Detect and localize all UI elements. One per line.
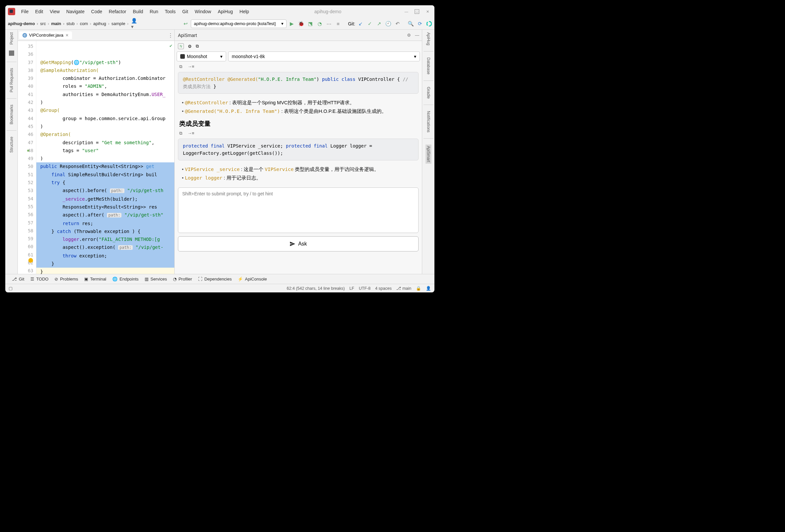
menu-help[interactable]: Help (237, 7, 252, 16)
tool-database[interactable]: Database (426, 57, 431, 74)
project-view-icon[interactable] (9, 50, 14, 56)
insert-icon[interactable]: →≡ (187, 131, 195, 136)
code-editor[interactable]: 353637 383940 414243 444546 474849 50515… (18, 41, 175, 274)
git-branch[interactable]: ⎇ main (396, 286, 411, 291)
more-run-icon[interactable]: ⋯ (325, 20, 333, 28)
gear-icon[interactable]: ⚙ (407, 33, 411, 37)
close-icon[interactable]: ✕ (425, 9, 430, 14)
editor-tab[interactable]: C VIPController.java ✕ (19, 31, 72, 39)
menu-code[interactable]: Code (88, 7, 105, 16)
bottom-apiconsole[interactable]: ⚡ApiConsole (238, 277, 267, 281)
run-icon[interactable]: ▶ (288, 20, 296, 28)
update-icon[interactable]: ↙ (356, 20, 364, 28)
user-icon[interactable]: 👤 (426, 286, 431, 291)
menu-run[interactable]: Run (147, 7, 161, 16)
breadcrumb[interactable]: main (50, 21, 64, 27)
intention-bulb-icon[interactable] (28, 258, 33, 263)
tool-apihug[interactable]: ApiHug (426, 32, 431, 45)
breadcrumb[interactable]: src (39, 21, 49, 27)
breadcrumb[interactable]: apihug-demo (7, 21, 37, 27)
minimize-panel-icon[interactable]: — (415, 33, 419, 37)
profile-icon[interactable]: ◔ (315, 20, 324, 28)
tool-structure[interactable]: Structure (9, 136, 14, 153)
toolwindow-toggle-icon[interactable]: ▢ (8, 286, 12, 291)
model-provider-select[interactable]: Moonshot ▾ (177, 51, 226, 61)
commit-icon[interactable]: ✓ (366, 20, 374, 28)
warning-icon: ⊘ (54, 277, 58, 281)
editor-tab-label: VIPController.java (29, 33, 64, 37)
push-icon[interactable]: ↗ (375, 20, 383, 28)
tool-project[interactable]: Project (9, 32, 14, 45)
menu-apihug[interactable]: ApiHug (215, 7, 236, 16)
bottom-endpoints[interactable]: 🌐Endpoints (112, 277, 138, 281)
insert-icon[interactable]: →≡ (187, 64, 195, 69)
model-name-select[interactable]: moonshot-v1-8k ▾ (228, 51, 420, 61)
bottom-git[interactable]: ⎇Git (12, 277, 24, 281)
new-chat-icon[interactable]: N (178, 43, 184, 49)
breadcrumb[interactable]: apihug (92, 21, 109, 27)
rollback-icon[interactable]: ↶ (394, 20, 401, 28)
bottom-todo[interactable]: ☰TODO (30, 277, 49, 281)
prompt-input[interactable] (178, 187, 419, 233)
back-arrow-icon[interactable]: ↩ (182, 20, 189, 28)
coverage-icon[interactable]: ⬔ (306, 20, 314, 28)
menu-navigate[interactable]: Navigate (64, 7, 87, 16)
chevron-down-icon: ▾ (414, 54, 416, 59)
bottom-services[interactable]: ▥Services (145, 277, 167, 281)
debug-icon[interactable]: 🐞 (297, 20, 305, 28)
java-file-icon: C (22, 33, 27, 37)
breadcrumb[interactable]: stub (65, 21, 77, 27)
branch-icon: ⎇ (12, 277, 17, 281)
copy-snippet-icon[interactable]: ⧉ (179, 131, 182, 136)
tool-pull-requests[interactable]: Pull Requests (9, 68, 14, 93)
breadcrumb[interactable]: com (79, 21, 91, 27)
services-icon: ▥ (145, 277, 149, 281)
bottom-profiler[interactable]: ◔Profiler (173, 277, 192, 281)
run-config-selector[interactable]: apihug-demo:apihug-demo-proto [kolaTest]… (191, 20, 286, 28)
tab-menu-icon[interactable]: ⋮ (167, 31, 174, 39)
copy-icon[interactable]: ⧉ (196, 44, 199, 49)
code-area[interactable]: ✔ @GetMapping(🌐"/vip/get-sth") @SampleAu… (36, 41, 174, 274)
settings-icon[interactable]: ⚙ (188, 44, 192, 49)
menu-refactor[interactable]: Refactor (106, 7, 129, 16)
tool-notifications[interactable]: Notifications (426, 111, 431, 132)
copy-snippet-icon[interactable]: ⧉ (179, 64, 182, 69)
users-icon[interactable]: 👤▾ (131, 20, 139, 28)
minimize-icon[interactable]: — (404, 9, 409, 14)
explanation-list: VIPService _service : 这是一个 VIPService 类型… (175, 162, 422, 185)
menu-tools[interactable]: Tools (162, 7, 178, 16)
encoding[interactable]: UTF-8 (359, 286, 371, 291)
tool-gradle[interactable]: Gradle (426, 87, 431, 99)
run-config-label: apihug-demo:apihug-demo-proto [kolaTest] (194, 21, 276, 26)
section-heading: 类成员变量 (175, 119, 422, 130)
menu-view[interactable]: View (47, 7, 62, 16)
sync-icon[interactable]: ⟳ (416, 20, 424, 28)
terminal-icon: ▣ (84, 277, 88, 281)
explanation-list: @RestController : 表明这是一个Spring MVC控制器，用于… (175, 95, 422, 119)
inspection-ok-icon[interactable]: ✔ (170, 42, 172, 50)
menu-window[interactable]: Window (192, 7, 214, 16)
stop-icon[interactable]: ■ (334, 20, 342, 28)
caret-position[interactable]: 62:4 (542 chars, 14 line breaks) (287, 286, 345, 291)
tool-apismart[interactable]: ApiSmart (426, 145, 431, 163)
indent[interactable]: 4 spaces (375, 286, 391, 291)
menu-git[interactable]: Git (180, 7, 191, 16)
titlebar: File Edit View Navigate Code Refactor Bu… (5, 5, 434, 18)
bottom-terminal[interactable]: ▣Terminal (84, 277, 106, 281)
apihug-toolbar-icon[interactable] (425, 20, 433, 28)
menu-edit[interactable]: Edit (33, 7, 46, 16)
bottom-problems[interactable]: ⊘Problems (54, 277, 78, 281)
close-tab-icon[interactable]: ✕ (66, 33, 69, 37)
line-separator[interactable]: LF (349, 286, 354, 291)
maximize-icon[interactable]: □ (414, 9, 419, 14)
ask-button[interactable]: Ask (178, 236, 419, 252)
menu-build[interactable]: Build (130, 7, 146, 16)
menu-file[interactable]: File (19, 7, 31, 16)
history-icon[interactable]: 🕘 (384, 20, 392, 28)
tool-bookmarks[interactable]: Bookmarks (9, 105, 14, 124)
bottom-dependencies[interactable]: ⛶Dependencies (198, 277, 232, 281)
search-icon[interactable]: 🔍 (407, 20, 414, 28)
lock-icon[interactable]: 🔒 (416, 286, 421, 291)
gutter-override-icon[interactable]: ◉ (27, 147, 29, 154)
breadcrumb[interactable]: sample (110, 21, 128, 27)
